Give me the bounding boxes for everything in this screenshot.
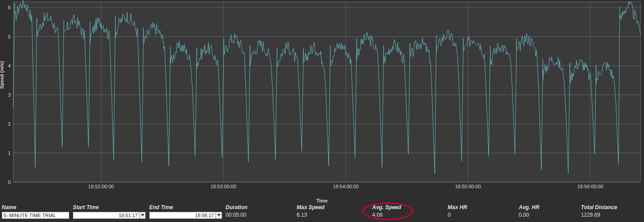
svg-text:0: 0 (8, 179, 11, 185)
avg-speed-value: 4.09 (372, 212, 444, 218)
svg-text:2: 2 (8, 121, 11, 127)
total-distance-header: Total Distance (581, 204, 639, 210)
summary-row: Name Start Time End Time Duration 0 (2, 204, 642, 219)
svg-text:18:55:00:00: 18:55:00:00 (455, 184, 481, 189)
total-distance-value: 1229.69 (581, 212, 639, 218)
svg-text:5: 5 (8, 34, 11, 40)
max-speed-value: 6.13 (297, 212, 369, 218)
svg-text:3: 3 (8, 92, 11, 98)
start-time-dropdown[interactable] (139, 212, 146, 219)
y-axis-label: Speed (m/s) (0, 61, 4, 89)
svg-text:18:52:00:00: 18:52:00:00 (88, 184, 114, 189)
end-time-header: End Time (149, 204, 222, 210)
start-time-input[interactable] (73, 212, 139, 219)
end-time-input[interactable] (149, 212, 216, 219)
avg-speed-header: Avg. Speed (372, 204, 444, 210)
duration-header: Duration (226, 204, 293, 210)
max-speed-header: Max Speed (297, 204, 369, 210)
max-hr-value: 0 (448, 212, 515, 218)
duration-value: 00:05:00 (226, 212, 293, 218)
chevron-down-icon (141, 214, 144, 217)
start-time-header: Start Time (73, 204, 146, 210)
x-axis-label: Time (0, 198, 644, 203)
svg-text:6: 6 (8, 5, 11, 10)
max-hr-header: Max HR (448, 204, 515, 210)
name-input[interactable] (2, 212, 69, 219)
avg-hr-value: 0.00 (519, 212, 577, 218)
svg-text:18:54:00:00: 18:54:00:00 (333, 184, 358, 189)
svg-text:18:56:00:00: 18:56:00:00 (577, 184, 603, 189)
speed-time-chart[interactable]: 012345618:52:00:0018:53:00:0018:54:00:00… (0, 0, 644, 195)
svg-rect-0 (13, 2, 640, 182)
svg-text:4: 4 (8, 63, 11, 68)
end-time-dropdown[interactable] (216, 212, 222, 219)
svg-text:1: 1 (8, 151, 11, 156)
chevron-down-icon (217, 214, 221, 217)
name-header: Name (2, 204, 69, 210)
avg-hr-header: Avg. HR (519, 204, 577, 210)
svg-text:18:53:00:00: 18:53:00:00 (211, 184, 236, 189)
